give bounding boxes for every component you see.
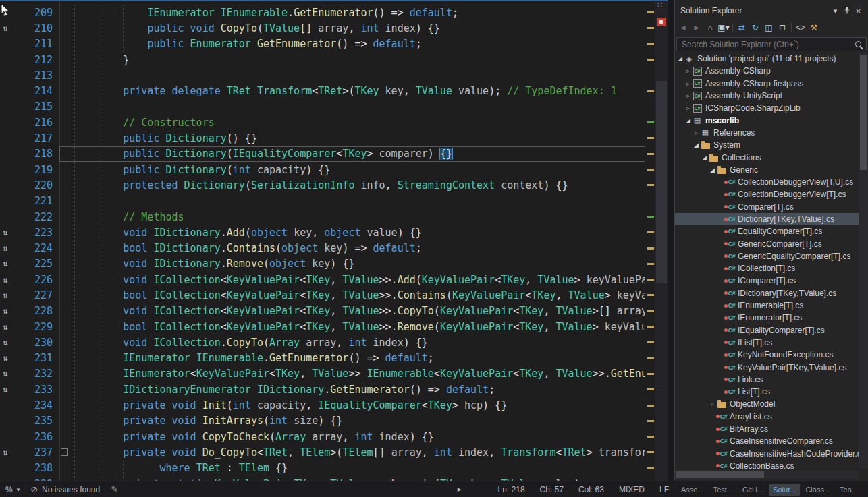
tree-item[interactable]: ◢Generic <box>675 164 859 176</box>
forward-icon[interactable]: ► <box>690 22 703 34</box>
home-icon[interactable]: ⌂ <box>703 22 717 34</box>
override-indicator-icon[interactable]: ⇅ <box>0 24 19 33</box>
code-line[interactable]: 213 <box>0 67 645 83</box>
fold-collapse-icon[interactable]: − <box>61 448 68 456</box>
tree-item[interactable]: C#GenericEqualityComparer[T].cs <box>675 250 859 262</box>
override-indicator-icon[interactable]: ⇅ <box>0 228 19 237</box>
tool-window-tab[interactable]: Test... <box>709 484 737 496</box>
override-indicator-icon[interactable]: ⇅ <box>0 243 19 253</box>
sync-active-document-icon[interactable]: ⇄ <box>735 22 749 34</box>
code-line[interactable]: 235 private void InitArrays(int size) {} <box>0 413 645 429</box>
properties-icon[interactable]: ⚒ <box>807 22 821 34</box>
tool-window-tab[interactable]: Solut... <box>769 484 800 496</box>
view-code-icon[interactable]: <> <box>794 22 807 34</box>
tree-item[interactable]: ◢◈Solution 'project-gui' (11 of 11 proje… <box>675 53 859 65</box>
code-line[interactable]: ⇅209 IEnumerator IEnumerable.GetEnumerat… <box>0 5 645 20</box>
code-line[interactable]: 239 private static KeyValuePair<TKey, TV… <box>0 476 645 481</box>
collapsed-arrow-icon[interactable]: ▹ <box>684 105 692 111</box>
tree-item[interactable]: ▹C#Assembly-CSharp-firstpass <box>675 78 859 90</box>
collapsed-arrow-icon[interactable]: ▹ <box>684 67 692 74</box>
tree-item[interactable]: C#EqualityComparer[T].cs <box>675 225 859 237</box>
expanded-arrow-icon[interactable]: ◢ <box>693 142 700 148</box>
refresh-icon[interactable]: ↻ <box>749 22 762 34</box>
tree-item[interactable]: C#KeyNotFoundException.cs <box>675 349 859 361</box>
tree-item[interactable]: C#CollectionBase.cs <box>675 460 859 469</box>
tree-item[interactable]: C#BitArray.cs <box>675 423 859 435</box>
code-line[interactable]: ⇅224 bool IDictionary.Contains(object ke… <box>0 240 645 256</box>
override-indicator-icon[interactable]: ⇅ <box>0 369 19 378</box>
tree-horizontal-scrollbar[interactable] <box>675 470 859 479</box>
code-line[interactable]: 215 <box>0 99 645 115</box>
window-position-icon[interactable]: ▾ <box>830 7 841 16</box>
tree-item[interactable]: C#GenericComparer[T].cs <box>675 237 859 250</box>
override-indicator-icon[interactable]: ⇅ <box>0 338 19 347</box>
code-line[interactable]: 222 // Methods <box>0 209 645 225</box>
code-line[interactable]: ⇅232 IEnumerator<KeyValuePair<TKey, TVal… <box>0 366 645 382</box>
collapse-all-icon[interactable]: ⊟ <box>776 22 789 34</box>
expanded-arrow-icon[interactable]: ◢ <box>701 154 708 161</box>
back-icon[interactable]: ◄ <box>676 22 690 34</box>
tree-item[interactable]: ▹C#Assembly-UnityScript <box>675 90 859 102</box>
code-line[interactable]: 216 // Constructors <box>0 115 645 130</box>
tool-window-tab[interactable]: Class... <box>801 484 834 496</box>
pin-icon[interactable] <box>841 7 852 16</box>
override-indicator-icon[interactable]: ⇅ <box>0 259 19 268</box>
tree-vertical-scrollbar[interactable] <box>859 53 868 469</box>
tree-item[interactable]: ◢▤mscorlib <box>675 114 859 126</box>
code-line[interactable]: ⇅233 IDictionaryEnumerator IDictionary.G… <box>0 382 645 397</box>
preview-selected-icon[interactable]: ◫ <box>762 22 776 34</box>
code-line[interactable]: ⇅228 void ICollection<KeyValuePair<TKey,… <box>0 303 645 319</box>
tool-window-tab[interactable]: Asse... <box>677 484 708 496</box>
tree-item[interactable]: C#ICollection[T].cs <box>675 262 859 274</box>
tool-window-tab[interactable]: Tea... <box>836 484 862 496</box>
tree-item[interactable]: C#IDictionary[TKey,TValue].cs <box>675 287 859 299</box>
tree-item[interactable]: C#Link.cs <box>675 374 859 386</box>
tree-item[interactable]: C#Comparer[T].cs <box>675 201 859 213</box>
solution-tree[interactable]: ◢◈Solution 'project-gui' (11 of 11 proje… <box>675 53 859 469</box>
tree-item[interactable]: C#IEqualityComparer[T].cs <box>675 324 859 337</box>
code-line[interactable]: 234 private void Init(int capacity, IEqu… <box>0 397 645 413</box>
override-indicator-icon[interactable]: ⇅ <box>0 448 19 457</box>
code-line[interactable]: ⇅227 bool ICollection<KeyValuePair<TKey,… <box>0 287 645 303</box>
zoom-label[interactable]: % <box>5 485 13 494</box>
tree-item[interactable]: ▹▦References <box>675 127 859 139</box>
code-line[interactable]: 214 private delegate TRet Transform<TRet… <box>0 83 645 98</box>
code-line[interactable]: 221 <box>0 194 645 209</box>
tree-item[interactable]: C#Dictionary[TKey,TValue].cs <box>675 213 859 225</box>
close-icon[interactable]: × <box>852 6 864 16</box>
tree-vscroll-thumb[interactable] <box>860 55 867 170</box>
tree-hscroll-thumb[interactable] <box>676 471 764 478</box>
tree-item[interactable]: C#IList[T].cs <box>675 337 859 349</box>
search-input[interactable] <box>680 39 855 50</box>
tree-item[interactable]: C#CollectionDebuggerView[T,U].cs <box>675 176 859 188</box>
tree-item[interactable]: ▹C#ICSharpCode.SharpZipLib <box>675 102 859 114</box>
code-line[interactable]: 212 } <box>0 52 645 67</box>
switch-views-icon[interactable]: ▣▾ <box>717 22 730 34</box>
tree-item[interactable]: C#List[T].cs <box>675 386 859 398</box>
zoom-caret-icon[interactable]: ▾ <box>17 486 20 493</box>
tree-item[interactable]: C#KeyValuePair[TKey,TValue].cs <box>675 361 859 373</box>
override-indicator-icon[interactable]: ⇅ <box>0 275 19 285</box>
code-line[interactable]: ⇅230 void ICollection.CopyTo(Array array… <box>0 334 645 350</box>
tree-item[interactable]: C#CaseInsensitiveComparer.cs <box>675 435 859 447</box>
split-grip-icon[interactable]: ∷ <box>657 1 662 9</box>
search-icon[interactable] <box>855 41 861 47</box>
tree-item[interactable]: C#IComparer[T].cs <box>675 274 859 287</box>
tree-item[interactable]: ◢System <box>675 139 859 151</box>
code-line[interactable]: ⇅226 void ICollection<KeyValuePair<TKey,… <box>0 272 645 287</box>
tree-item[interactable]: C#ArrayList.cs <box>675 411 859 423</box>
collapsed-arrow-icon[interactable]: ▹ <box>693 129 700 136</box>
code-line[interactable]: 219 public Dictionary(int capacity) {} <box>0 162 645 177</box>
tree-item[interactable]: C#CaseInsensitiveHashCodeProvider.cs <box>675 448 859 460</box>
code-area[interactable]: ⇅209 IEnumerator IEnumerable.GetEnumerat… <box>0 1 645 481</box>
code-line[interactable]: 236 private void CopyToCheck(Array array… <box>0 429 645 444</box>
panel-title-bar[interactable]: Solution Explorer ▾ × <box>675 0 868 19</box>
search-box[interactable] <box>676 37 867 51</box>
tree-item[interactable]: C#IEnumerator[T].cs <box>675 312 859 324</box>
override-indicator-icon[interactable]: ⇅ <box>0 306 19 316</box>
expanded-arrow-icon[interactable]: ◢ <box>684 117 692 124</box>
override-indicator-icon[interactable]: ⇅ <box>0 322 19 332</box>
tool-window-tab[interactable]: GitH... <box>738 484 767 496</box>
tree-item[interactable]: ▹ObjectModel <box>675 398 859 410</box>
code-line[interactable]: ⇅225 void IDictionary.Remove(object key)… <box>0 256 645 272</box>
